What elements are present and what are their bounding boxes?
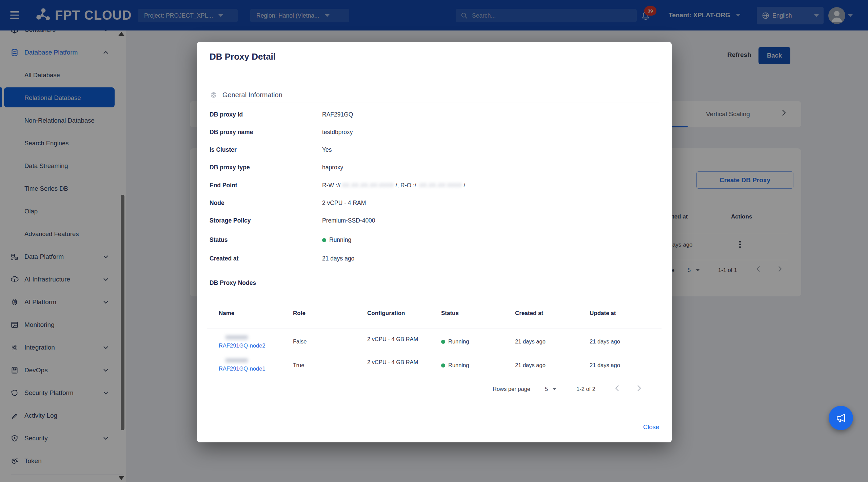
cell-role: False [293,337,307,346]
section-divider [210,103,659,103]
cell-status: Running [441,337,469,346]
endpoint-separator: /, R-O :/. [395,182,418,189]
announcements-fab[interactable] [829,406,853,430]
status-running-dot [441,363,445,368]
field-db-proxy-type: DB proxy type haproxy [197,163,672,172]
rows-per-page-caret-icon[interactable] [552,388,556,400]
rows-per-page-select[interactable]: 5 [545,384,548,394]
nodes-column-configuration: Configuration [367,309,405,318]
megaphone-icon [835,412,847,424]
field-db-proxy-id: DB proxy Id RAF291GQ [197,110,672,119]
cell-update-at: 21 days ago [590,337,620,346]
field-db-proxy-name: DB proxy name testdbproxy [197,127,672,137]
nodes-column-role: Role [293,309,305,318]
modal-header: DB Proxy Detail [197,42,672,71]
redacted-text [225,335,248,339]
field-node: Node 2 vCPU - 4 RAM [197,198,672,208]
node-link[interactable]: RAF291GQ-node2 [219,341,265,350]
status-badge: Running [329,236,351,243]
cell-created-at: 21 days ago [515,360,546,370]
general-information-section-header: General Information [210,90,282,100]
nodes-row-divider [207,353,662,353]
nodes-column-name: Name [219,309,234,318]
cell-status: Running [441,360,469,370]
cell-created-at: 21 days ago [515,337,546,346]
node-link[interactable]: RAF291GQ-node1 [219,364,265,373]
endpoint-suffix: / [463,182,465,189]
pagination-range: 1-2 of 2 [576,384,595,394]
modal-title: DB Proxy Detail [210,42,276,71]
redacted-text [225,358,248,362]
nodes-column-update-at: Update at [590,309,616,318]
field-is-cluster: Is Cluster Yes [197,145,672,154]
previous-page-icon[interactable] [615,384,619,394]
cell-configuration: 2 vCPU · 4 GB RAM [367,334,425,354]
nodes-header-divider [207,329,662,329]
section-title: General Information [222,91,282,99]
status-running-dot [441,340,445,344]
close-button[interactable]: Close [643,423,659,431]
nodes-section-divider [210,289,659,289]
modal-footer-divider [197,416,672,416]
nodes-column-status: Status [441,309,459,318]
nodes-column-created-at: Created at [515,309,543,318]
rows-per-page-label: Rows per page [493,384,530,394]
endpoint-rw-prefix: R-W :// [322,182,340,189]
db-proxy-detail-modal: DB Proxy Detail General Information DB p… [197,42,672,442]
layers-icon [210,91,218,99]
field-storage-policy: Storage Policy Premium-SSD-4000 [197,216,672,225]
endpoint-rw-redacted: ##.##.##.##:#### [342,182,394,189]
field-status: Status Running [197,235,672,245]
field-end-point: End Point R-W :// ##.##.##.##:#### /, R-… [197,181,672,190]
db-proxy-nodes-title: DB Proxy Nodes [210,278,256,288]
field-created-at: Created at 21 days ago [197,254,672,263]
endpoint-ro-redacted: ##.##.##:#### [419,182,462,189]
status-running-dot [322,238,326,242]
cell-update-at: 21 days ago [590,360,620,370]
cell-role: True [293,360,304,370]
cell-configuration: 2 vCPU · 4 GB RAM [367,357,425,377]
next-page-icon[interactable] [637,384,642,394]
nodes-row-divider [207,376,662,376]
